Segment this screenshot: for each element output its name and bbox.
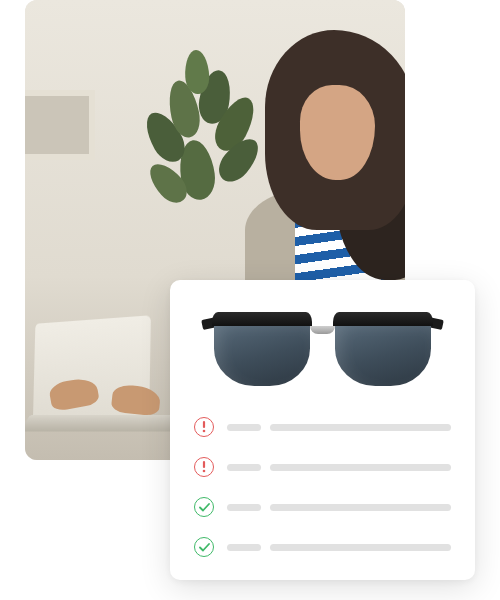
sunglasses-icon [210,312,435,392]
svg-rect-1 [203,421,205,428]
checklist-item [194,497,451,517]
checklist-item [194,417,451,437]
product-check-card [170,280,475,580]
checkmark-icon [194,537,214,557]
svg-rect-3 [203,461,205,468]
product-image-area [194,304,451,399]
svg-point-2 [203,470,206,473]
placeholder-text [227,424,451,431]
warning-icon [194,417,214,437]
wall-frame [25,90,95,160]
checklist-item [194,537,451,557]
placeholder-text [227,504,451,511]
svg-point-0 [203,430,206,433]
checkmark-icon [194,497,214,517]
placeholder-text [227,544,451,551]
checklist-item [194,457,451,477]
checklist [194,417,451,557]
warning-icon [194,457,214,477]
placeholder-text [227,464,451,471]
